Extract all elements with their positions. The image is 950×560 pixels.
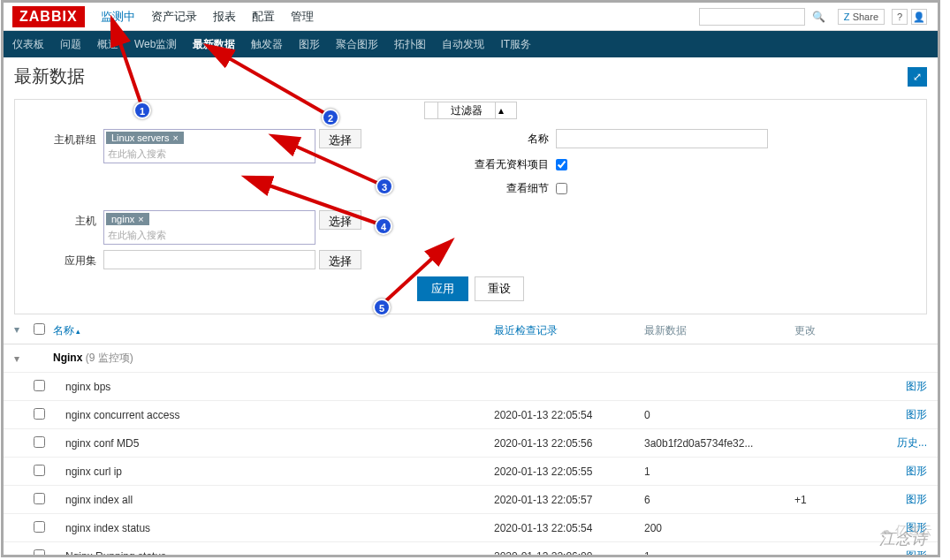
- hostgroup-tag[interactable]: Linux servers×: [106, 132, 184, 144]
- item-name: nginx index all: [53, 494, 494, 506]
- row-checkbox[interactable]: [34, 493, 45, 504]
- host-input[interactable]: nginx× 在此输入搜索: [103, 210, 315, 245]
- expand-all-icon[interactable]: ▾: [14, 323, 34, 338]
- select-all-checkbox[interactable]: [34, 323, 45, 335]
- close-icon[interactable]: ×: [138, 214, 143, 224]
- table-header: ▾ 名称 最近检查记录 最新数据 更改: [4, 318, 938, 344]
- item-name: nginx bps: [53, 381, 494, 393]
- nav-config[interactable]: 配置: [252, 9, 275, 25]
- subnav-dashboard[interactable]: 仪表板: [12, 37, 44, 52]
- subnav-problems[interactable]: 问题: [60, 37, 81, 52]
- subnav-discovery[interactable]: 自动发现: [442, 37, 484, 52]
- detail-label: 查看细节: [467, 181, 556, 196]
- noinfo-label: 查看无资料项目: [467, 157, 556, 172]
- annotation-5: 5: [373, 299, 391, 316]
- search-icon[interactable]: 🔍: [812, 11, 825, 23]
- nav-reports[interactable]: 报表: [213, 9, 236, 25]
- appset-select-button[interactable]: 选择: [319, 250, 361, 269]
- apply-button[interactable]: 应用: [417, 276, 468, 301]
- hostgroup-select-button[interactable]: 选择: [319, 129, 361, 148]
- row-checkbox[interactable]: [34, 408, 45, 420]
- annotation-4: 4: [375, 217, 392, 235]
- help-icon[interactable]: ?: [892, 9, 908, 25]
- subnav-it-services[interactable]: IT服务: [500, 37, 531, 52]
- row-checkbox[interactable]: [34, 380, 45, 391]
- row-checkbox[interactable]: [34, 549, 45, 558]
- filter-panel: 过滤器 ▴ 主机群组 Linux servers× 在此输入搜索 选择 名称 查…: [14, 99, 927, 314]
- host-placeholder: 在此输入搜索: [104, 227, 315, 244]
- subnav-overview[interactable]: 概述: [97, 37, 118, 52]
- subnav-maps[interactable]: 拓扑图: [394, 37, 426, 52]
- annotation-3: 3: [376, 178, 393, 195]
- item-link[interactable]: 图形: [883, 379, 927, 394]
- host-label: 主机: [33, 210, 103, 245]
- annotation-1: 1: [133, 102, 151, 119]
- item-lastdata: 6: [644, 494, 794, 506]
- subnav-web[interactable]: Web监测: [134, 37, 177, 52]
- row-checkbox[interactable]: [34, 521, 45, 533]
- item-name: nginx index status: [53, 522, 494, 534]
- item-name: nginx conf MD5: [53, 437, 494, 450]
- subnav-screens[interactable]: 聚合图形: [336, 37, 378, 52]
- hostgroup-placeholder: 在此输入搜索: [104, 146, 315, 163]
- nav-admin[interactable]: 管理: [291, 9, 314, 25]
- item-name: nginx concurrent access: [53, 409, 494, 421]
- item-change: +1: [794, 494, 883, 506]
- item-lastdata: 1: [644, 550, 794, 558]
- sub-nav: 仪表板 问题 概述 Web监测 最新数据 触发器 图形 聚合图形 拓扑图 自动发…: [4, 31, 938, 57]
- annotation-2: 2: [322, 109, 339, 126]
- subnav-triggers[interactable]: 触发器: [251, 37, 283, 52]
- subnav-latest-data[interactable]: 最新数据: [193, 37, 235, 52]
- logo[interactable]: ZABBIX: [12, 6, 85, 27]
- host-tag[interactable]: nginx×: [106, 213, 149, 225]
- host-select-button[interactable]: 选择: [319, 210, 361, 230]
- table-row: nginx index status 2020-01-13 22:05:54 2…: [4, 514, 938, 542]
- item-link[interactable]: 图形: [883, 492, 927, 507]
- name-label: 名称: [467, 132, 556, 147]
- col-change: 更改: [794, 323, 883, 338]
- item-link[interactable]: 图形: [883, 407, 927, 422]
- watermark-cloud: ☁ 亿速云: [879, 523, 932, 539]
- appset-label: 应用集: [33, 250, 103, 269]
- top-nav: ZABBIX 监测中 资产记录 报表 配置 管理 🔍 Z Share ? 👤: [4, 3, 938, 31]
- item-lastcheck: 2020-01-13 22:06:00: [494, 550, 644, 558]
- collapse-icon[interactable]: ▾: [14, 352, 34, 365]
- page-title: 最新数据: [14, 64, 85, 88]
- item-lastcheck: 2020-01-13 22:05:55: [494, 465, 644, 478]
- detail-checkbox[interactable]: [556, 183, 567, 194]
- search-input[interactable]: [699, 8, 805, 26]
- item-lastdata: 3a0b1f2d0a5734fe32...: [644, 437, 794, 450]
- group-name: Nginx: [53, 352, 82, 364]
- group-row[interactable]: ▾ Nginx (9 监控项): [4, 344, 938, 373]
- subnav-graphs[interactable]: 图形: [299, 37, 320, 52]
- hostgroup-label: 主机群组: [33, 129, 103, 163]
- item-link[interactable]: 图形: [883, 549, 927, 557]
- appset-input[interactable]: [103, 250, 315, 269]
- hostgroup-input[interactable]: Linux servers× 在此输入搜索: [103, 129, 315, 163]
- table-row: Nginx Running status 2020-01-13 22:06:00…: [4, 542, 938, 557]
- table-row: nginx bps 图形: [4, 373, 938, 401]
- item-lastcheck: 2020-01-13 22:05:56: [494, 437, 644, 450]
- item-lastdata: 200: [644, 522, 794, 534]
- nav-inventory[interactable]: 资产记录: [151, 9, 197, 25]
- table-row: nginx index all 2020-01-13 22:05:57 6 +1…: [4, 486, 938, 514]
- noinfo-checkbox[interactable]: [556, 159, 567, 170]
- item-lastcheck: 2020-01-13 22:05:54: [494, 409, 644, 421]
- table-row: nginx concurrent access 2020-01-13 22:05…: [4, 401, 938, 429]
- reset-button[interactable]: 重设: [475, 276, 524, 301]
- name-input[interactable]: [556, 129, 768, 148]
- table-row: nginx conf MD5 2020-01-13 22:05:56 3a0b1…: [4, 429, 938, 458]
- nav-monitoring[interactable]: 监测中: [101, 9, 135, 25]
- user-icon[interactable]: 👤: [911, 9, 927, 25]
- item-link[interactable]: 图形: [883, 464, 927, 479]
- row-checkbox[interactable]: [34, 465, 45, 476]
- share-button[interactable]: Z Share: [838, 9, 885, 25]
- col-lastcheck[interactable]: 最近检查记录: [494, 323, 644, 338]
- col-name[interactable]: 名称: [53, 323, 494, 338]
- item-link[interactable]: 历史...: [883, 435, 927, 450]
- filter-toggle[interactable]: 过滤器 ▴: [424, 102, 517, 119]
- close-icon[interactable]: ×: [172, 132, 178, 143]
- fullscreen-icon[interactable]: ⤢: [908, 67, 927, 87]
- item-lastdata: 0: [644, 409, 794, 421]
- row-checkbox[interactable]: [34, 436, 45, 448]
